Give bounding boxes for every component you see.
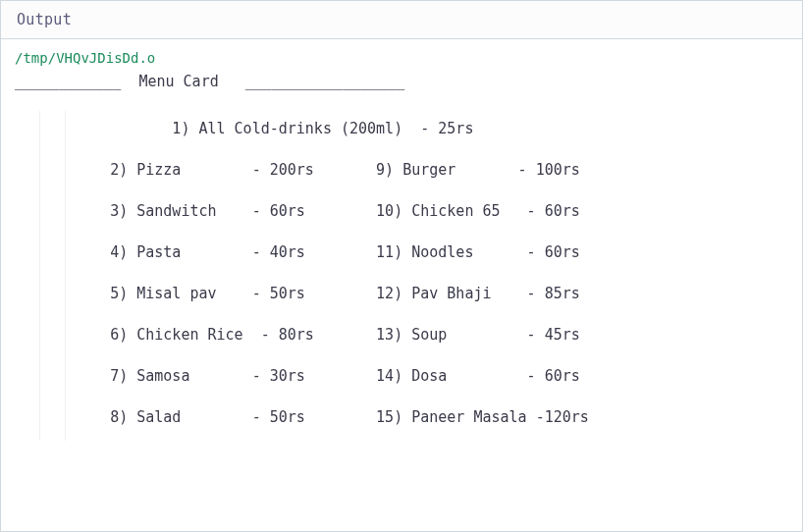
gutter [15, 152, 66, 193]
output-filepath: /tmp/VHQvJDisDd.o [15, 49, 788, 68]
gutter [15, 235, 66, 276]
output-line: 1) All Cold-drinks (200ml) - 25rs [15, 111, 788, 152]
output-line: 8) Salad - 50rs 15) Paneer Masala -120rs [15, 399, 788, 441]
menu-row: 7) Samosa - 30rs 14) Dosa - 60rs [66, 358, 580, 399]
menu-row: 2) Pizza - 200rs 9) Burger - 100rs [66, 152, 580, 193]
output-line: 7) Samosa - 30rs 14) Dosa - 60rs [15, 358, 788, 399]
menu-rows-container: 2) Pizza - 200rs 9) Burger - 100rs 3) Sa… [15, 152, 788, 441]
output-line: 5) Misal pav - 50rs 12) Pav Bhaji - 85rs [15, 276, 788, 317]
gutter [15, 399, 66, 441]
output-line: 3) Sandwitch - 60rs 10) Chicken 65 - 60r… [15, 193, 788, 235]
menu-row: 8) Salad - 50rs 15) Paneer Masala -120rs [66, 399, 589, 441]
gutter [15, 111, 66, 152]
menu-row: 3) Sandwitch - 60rs 10) Chicken 65 - 60r… [66, 193, 580, 235]
output-line: 6) Chicken Rice - 80rs 13) Soup - 45rs [15, 317, 788, 358]
output-line: 4) Pasta - 40rs 11) Noodles - 60rs [15, 235, 788, 276]
gutter [15, 358, 66, 399]
panel-title: Output [17, 11, 786, 28]
panel-header: Output [1, 1, 802, 39]
output-body: /tmp/VHQvJDisDd.o ____________ Menu Card… [1, 39, 802, 454]
menu-row: 6) Chicken Rice - 80rs 13) Soup - 45rs [66, 317, 580, 358]
gutter [15, 317, 66, 358]
output-panel: Output /tmp/VHQvJDisDd.o ____________ Me… [0, 0, 803, 532]
menu-row: 5) Misal pav - 50rs 12) Pav Bhaji - 85rs [66, 276, 580, 317]
menu-title: ____________ Menu Card _________________… [15, 72, 788, 91]
gutter [15, 193, 66, 235]
gutter [15, 276, 66, 317]
menu-row: 4) Pasta - 40rs 11) Noodles - 60rs [66, 235, 580, 276]
menu-first-item: 1) All Cold-drinks (200ml) - 25rs [66, 111, 473, 152]
output-line: 2) Pizza - 200rs 9) Burger - 100rs [15, 152, 788, 193]
